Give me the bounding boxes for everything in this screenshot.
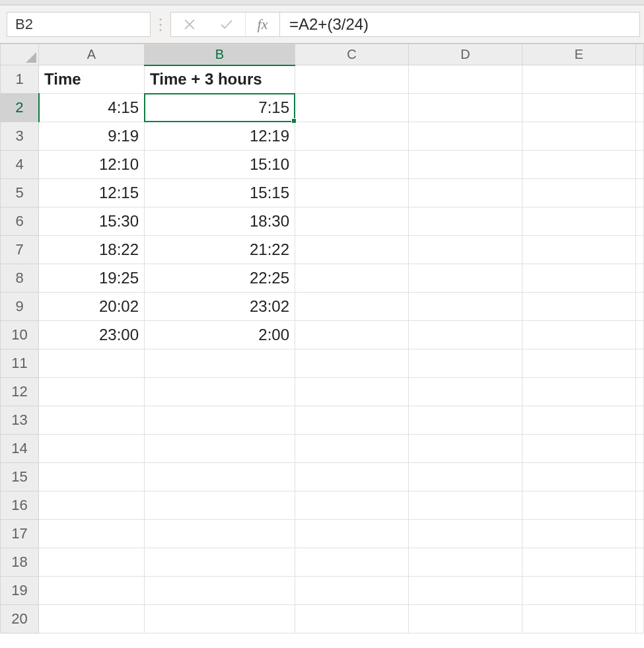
cell-filler[interactable]: [636, 378, 644, 406]
cell-filler[interactable]: [636, 94, 644, 122]
cell-B11[interactable]: [145, 349, 295, 378]
cell-A3[interactable]: 9:19: [39, 122, 145, 151]
row-header-6[interactable]: 6: [1, 207, 39, 236]
cell-B6[interactable]: 18:30: [145, 207, 295, 236]
cell-filler[interactable]: [636, 435, 644, 463]
cell-E14[interactable]: [522, 435, 636, 463]
cell-C19[interactable]: [295, 577, 409, 605]
cell-D6[interactable]: [409, 207, 522, 236]
cell-E7[interactable]: [522, 236, 636, 264]
cell-filler[interactable]: [636, 65, 644, 94]
cell-B17[interactable]: [145, 520, 295, 548]
cell-D15[interactable]: [409, 463, 522, 491]
column-header-A[interactable]: A: [39, 44, 145, 65]
row-header-19[interactable]: 19: [1, 577, 39, 605]
column-header-C[interactable]: C: [295, 44, 409, 65]
cell-C16[interactable]: [295, 491, 409, 520]
cell-E12[interactable]: [522, 378, 636, 406]
cell-A10[interactable]: 23:00: [39, 321, 145, 349]
cell-D2[interactable]: [409, 94, 522, 122]
row-header-3[interactable]: 3: [1, 122, 39, 151]
cell-E2[interactable]: [522, 94, 636, 122]
cell-A16[interactable]: [39, 491, 145, 520]
cell-B16[interactable]: [145, 491, 295, 520]
cell-filler[interactable]: [636, 520, 644, 548]
cell-E6[interactable]: [522, 207, 636, 236]
row-header-13[interactable]: 13: [1, 406, 39, 435]
cell-A9[interactable]: 20:02: [39, 293, 145, 321]
column-header-D[interactable]: D: [409, 44, 522, 65]
cell-C2[interactable]: [295, 94, 409, 122]
cell-B1[interactable]: Time + 3 hours: [145, 65, 295, 94]
cell-E20[interactable]: [522, 605, 636, 633]
cell-E3[interactable]: [522, 122, 636, 151]
formula-input-wrap[interactable]: [279, 12, 640, 37]
cell-C7[interactable]: [295, 236, 409, 264]
row-header-2[interactable]: 2: [1, 94, 39, 122]
cell-E10[interactable]: [522, 321, 636, 349]
cell-A11[interactable]: [39, 349, 145, 378]
cell-E17[interactable]: [522, 520, 636, 548]
cell-filler[interactable]: [636, 491, 644, 520]
cell-filler[interactable]: [636, 463, 644, 491]
cell-B19[interactable]: [145, 577, 295, 605]
cell-C17[interactable]: [295, 520, 409, 548]
cell-filler[interactable]: [636, 207, 644, 236]
worksheet-grid[interactable]: ABCDE 1TimeTime + 3 hours24:157:1539:191…: [0, 44, 644, 633]
cell-E8[interactable]: [522, 264, 636, 293]
cell-D11[interactable]: [409, 349, 522, 378]
row-header-7[interactable]: 7: [1, 236, 39, 264]
cell-A19[interactable]: [39, 577, 145, 605]
cell-D12[interactable]: [409, 378, 522, 406]
row-header-1[interactable]: 1: [1, 65, 39, 94]
row-header-17[interactable]: 17: [1, 520, 39, 548]
cell-E19[interactable]: [522, 577, 636, 605]
cell-C8[interactable]: [295, 264, 409, 293]
cell-D5[interactable]: [409, 179, 522, 207]
grid-area[interactable]: ABCDE 1TimeTime + 3 hours24:157:1539:191…: [0, 44, 644, 648]
row-header-12[interactable]: 12: [1, 378, 39, 406]
cell-C18[interactable]: [295, 548, 409, 577]
cell-A17[interactable]: [39, 520, 145, 548]
cell-filler[interactable]: [636, 548, 644, 577]
cell-filler[interactable]: [636, 293, 644, 321]
cell-D10[interactable]: [409, 321, 522, 349]
cell-D18[interactable]: [409, 548, 522, 577]
cell-D13[interactable]: [409, 406, 522, 435]
cell-A1[interactable]: Time: [39, 65, 145, 94]
row-header-10[interactable]: 10: [1, 321, 39, 349]
cell-filler[interactable]: [636, 406, 644, 435]
cell-filler[interactable]: [636, 236, 644, 264]
cell-E15[interactable]: [522, 463, 636, 491]
cell-filler[interactable]: [636, 151, 644, 179]
cell-D7[interactable]: [409, 236, 522, 264]
cell-C12[interactable]: [295, 378, 409, 406]
cell-B15[interactable]: [145, 463, 295, 491]
cell-E1[interactable]: [522, 65, 636, 94]
column-header-E[interactable]: E: [522, 44, 636, 65]
cell-A12[interactable]: [39, 378, 145, 406]
cell-B5[interactable]: 15:15: [145, 179, 295, 207]
cell-D16[interactable]: [409, 491, 522, 520]
cell-B3[interactable]: 12:19: [145, 122, 295, 151]
cell-D14[interactable]: [409, 435, 522, 463]
name-box[interactable]: [7, 12, 151, 37]
cell-D8[interactable]: [409, 264, 522, 293]
select-all-corner[interactable]: [1, 44, 39, 65]
row-header-4[interactable]: 4: [1, 151, 39, 179]
cell-D17[interactable]: [409, 520, 522, 548]
cell-E11[interactable]: [522, 349, 636, 378]
cell-C3[interactable]: [295, 122, 409, 151]
cell-C10[interactable]: [295, 321, 409, 349]
cell-C20[interactable]: [295, 605, 409, 633]
cell-B9[interactable]: 23:02: [145, 293, 295, 321]
cell-C1[interactable]: [295, 65, 409, 94]
column-header-B[interactable]: B: [145, 44, 295, 65]
cell-D4[interactable]: [409, 151, 522, 179]
cell-D9[interactable]: [409, 293, 522, 321]
cell-A5[interactable]: 12:15: [39, 179, 145, 207]
cell-filler[interactable]: [636, 577, 644, 605]
row-header-16[interactable]: 16: [1, 491, 39, 520]
cell-A20[interactable]: [39, 605, 145, 633]
cell-B2[interactable]: 7:15: [145, 94, 295, 122]
